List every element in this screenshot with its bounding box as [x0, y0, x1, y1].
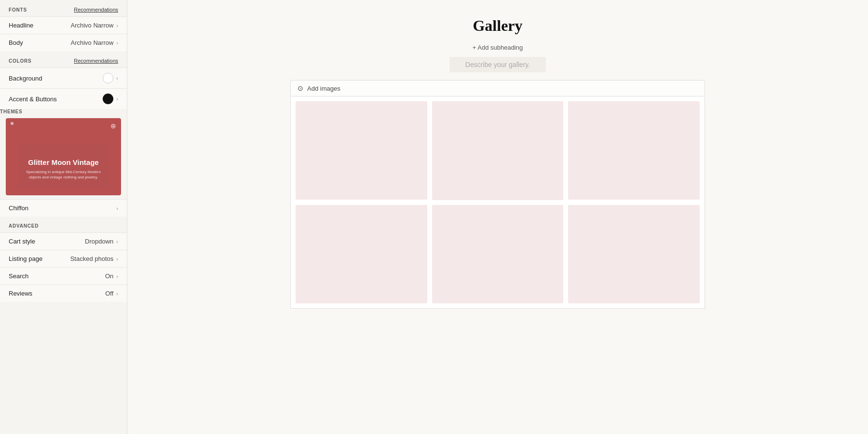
chiffon-row[interactable]: Chiffon ›: [0, 199, 127, 217]
themes-label: THEMES: [0, 109, 22, 114]
headline-label: Headline: [9, 22, 33, 29]
reviews-label: Reviews: [9, 290, 32, 297]
themes-preview-dot-icon: [11, 122, 14, 125]
background-label: Background: [9, 75, 42, 82]
search-row[interactable]: Search On ›: [0, 267, 127, 285]
fonts-recommendations-link[interactable]: Recommendations: [74, 7, 118, 13]
listing-page-value: Stacked photos: [70, 255, 114, 262]
themes-preview-cart-icon: ⊕: [110, 122, 116, 130]
cart-style-label: Cart style: [9, 238, 35, 245]
add-subheading-button[interactable]: + Add subheading: [469, 42, 527, 53]
chiffon-label: Chiffon: [9, 204, 28, 212]
reviews-value: Off: [105, 290, 113, 297]
sidebar: FONTS Recommendations Headline Archivo N…: [0, 0, 127, 434]
listing-page-label: Listing page: [9, 255, 42, 262]
cart-style-row[interactable]: Cart style Dropdown ›: [0, 232, 127, 250]
accent-color-swatch: [103, 94, 113, 104]
gallery-cell[interactable]: [568, 101, 700, 200]
advanced-label: ADVANCED: [9, 223, 39, 229]
body-label: Body: [9, 39, 23, 46]
gallery-grid: [296, 101, 700, 303]
headline-row[interactable]: Headline Archivo Narrow ›: [0, 16, 127, 34]
accent-chevron-icon: ›: [116, 96, 118, 102]
gallery-header: Gallery + Add subheading Describe your g…: [449, 14, 546, 72]
body-chevron-icon: ›: [116, 40, 118, 46]
themes-store-desc: Specializing in antique Mid-Century Mode…: [26, 169, 101, 180]
headline-chevron-icon: ›: [116, 23, 118, 28]
reviews-row[interactable]: Reviews Off ›: [0, 285, 127, 302]
gallery-grid-container: [290, 96, 705, 309]
gallery-title[interactable]: Gallery: [449, 14, 546, 37]
search-value: On: [105, 272, 113, 280]
accent-buttons-label: Accent & Buttons: [9, 95, 57, 103]
colors-section-header: COLORS Recommendations: [0, 51, 127, 68]
background-row[interactable]: Background ›: [0, 68, 127, 88]
cart-style-value: Dropdown: [85, 238, 113, 245]
gallery-cell[interactable]: [432, 101, 564, 200]
fonts-label: FONTS: [9, 7, 27, 13]
gallery-cell[interactable]: [296, 205, 427, 303]
gallery-cell[interactable]: [296, 101, 427, 200]
add-images-label: Add images: [307, 85, 340, 92]
colors-recommendations-link[interactable]: Recommendations: [74, 58, 118, 64]
background-chevron-icon: ›: [116, 75, 118, 81]
search-label: Search: [9, 272, 28, 280]
add-subheading-label: + Add subheading: [473, 44, 523, 51]
gallery-cell[interactable]: [568, 205, 700, 303]
background-color-swatch: [103, 73, 113, 83]
advanced-section-header: ADVANCED: [0, 217, 127, 232]
listing-page-row[interactable]: Listing page Stacked photos ›: [0, 250, 127, 267]
gallery-description[interactable]: Describe your gallery.: [449, 57, 546, 72]
chiffon-chevron-icon: ›: [116, 205, 118, 211]
colors-label: COLORS: [9, 58, 32, 64]
accent-buttons-row[interactable]: Accent & Buttons ›: [0, 88, 127, 109]
body-row[interactable]: Body Archivo Narrow ›: [0, 34, 127, 51]
reviews-chevron-icon: ›: [116, 291, 118, 297]
main-content: Gallery + Add subheading Describe your g…: [127, 0, 868, 434]
gallery-cell[interactable]: [432, 205, 564, 304]
fonts-section-header: FONTS Recommendations: [0, 0, 127, 16]
search-chevron-icon: ›: [116, 273, 118, 279]
camera-icon: ⊙: [298, 84, 303, 92]
themes-store-name: Glitter Moon Vintage: [26, 158, 101, 166]
cart-style-chevron-icon: ›: [116, 239, 118, 244]
body-value: Archivo Narrow: [70, 39, 113, 46]
listing-page-chevron-icon: ›: [116, 256, 118, 262]
headline-value: Archivo Narrow: [70, 22, 113, 29]
add-images-bar[interactable]: ⊙ Add images: [290, 80, 705, 96]
themes-section-header: THEMES: [0, 109, 127, 114]
themes-preview[interactable]: ⊕ Glitter Moon Vintage Specializing in a…: [6, 118, 121, 195]
